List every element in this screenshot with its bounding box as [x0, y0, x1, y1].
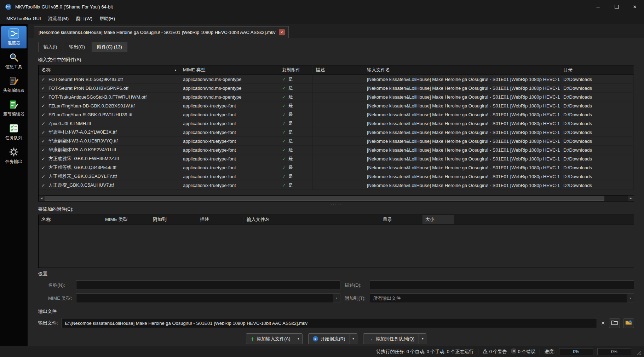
add-input-files-button[interactable]: + 添加输入文件(A) — [246, 333, 295, 344]
subtab-attachments[interactable]: 附件(C) (13) — [92, 42, 127, 52]
chevron-down-icon: ▼ — [352, 338, 355, 340]
source-column-header-0[interactable]: 名称▲ — [39, 65, 180, 75]
pending-column-header-5[interactable]: 目录 — [380, 215, 422, 224]
attachment-row[interactable]: ✓FOT-Seurat ProN DB.0.HBVGPNP6.otfapplic… — [39, 84, 634, 93]
sidebar-item-chapter-editor[interactable]: 章节编辑器 — [1, 97, 27, 119]
source-column-header-3[interactable]: 描述 — [313, 65, 364, 75]
output-file-input[interactable]: E:\[Nekomoe kissaten&LoliHouse] Make Her… — [61, 318, 597, 328]
menu-item-window[interactable]: 窗口(W) — [72, 14, 96, 24]
attachment-mime-label: MIME 类型: — [48, 295, 72, 302]
copy-value: 是 — [288, 173, 293, 180]
source-column-header-5[interactable]: 目录 — [560, 65, 634, 75]
close-icon: ✕ — [280, 30, 283, 34]
attachment-row[interactable]: ✓FZLanTingYuan-R-GBK.0.BW1UHU39.ttfappli… — [39, 110, 634, 119]
sidebar-item-label: 任务输出 — [5, 159, 22, 165]
maximize-button[interactable] — [607, 0, 626, 13]
sidebar-item-header-editor[interactable]: 头部编辑器 — [1, 74, 27, 96]
copy-value: 是 — [288, 138, 293, 144]
gear-icon — [8, 146, 19, 158]
menu-item-mkvtoolnix[interactable]: MKVToolNix GUI — [3, 14, 45, 23]
pending-column-header-6[interactable]: 大小 — [422, 215, 454, 224]
sidebar-item-job-output[interactable]: 任务输出 — [1, 145, 27, 167]
magnifier-icon — [8, 52, 19, 63]
statusbar: 待执行的任务: 0 个自动, 0 个手动, 0 个正在运行 0 个警告 0 个错… — [0, 346, 644, 357]
copy-value: 是 — [288, 129, 293, 135]
attachment-row[interactable]: ✓方正粗等线_GBK.0.Q343PE56.ttfapplication/x-t… — [39, 163, 634, 172]
sidebar-item-label: 头部编辑器 — [3, 88, 24, 94]
resize-grip-icon[interactable] — [637, 351, 641, 356]
subtab-output[interactable]: 输出(O) — [64, 42, 90, 52]
start-multiplexing-label: 开始混流(R) — [321, 336, 345, 342]
subtab-input[interactable]: 输入(I) — [38, 42, 62, 52]
attachment-row[interactable]: ✓FOT-TsukuAntiqueSGoStd-B.0.F7WRUHWM.otf… — [39, 93, 634, 101]
add-to-job-queue-button[interactable]: → 添加到任务队列(Q) — [363, 333, 419, 344]
copy-value: 是 — [288, 156, 293, 162]
sidebar-item-info-tool[interactable]: 信息工具 — [1, 50, 27, 72]
sidebar-item-job-queue[interactable]: 任务队列 — [1, 121, 27, 143]
attachment-row[interactable]: ✓华康手札体W7-A.0.2YLW0E3X.ttfapplication/x-t… — [39, 128, 634, 137]
copy-check-icon: ✓ — [282, 174, 286, 179]
attachment-mime-combobox[interactable]: ▼ — [76, 293, 340, 303]
copy-value: 是 — [288, 76, 293, 82]
tab-merge-file[interactable]: [Nekomoe kissaten&LoliHouse] Make Heroin… — [34, 26, 289, 38]
pending-column-header-1[interactable]: MIME 类型 — [102, 215, 150, 224]
start-multiplexing-button[interactable]: ▶ 开始混流(R) — [308, 333, 350, 344]
attachment-row[interactable]: ✓Zpix.0.J0LKTNMH.ttfapplication/x-truety… — [39, 119, 634, 128]
output-file-label: 输出文件: — [38, 320, 58, 326]
attachment-row[interactable]: ✓方正准雅宋_GBK.0.EWH45M2Z.ttfapplication/x-t… — [39, 154, 634, 163]
browse-output-button[interactable] — [609, 318, 620, 328]
scroll-right-icon: ▶ — [630, 197, 632, 200]
pending-attachments-header: 名称MIME 类型附加到描述输入文件名目录大小 — [39, 215, 634, 224]
attachment-row[interactable]: ✓方正隶变_GBK.0.C5AUHUV7.ttfapplication/x-tr… — [39, 181, 634, 190]
green-page-pencil-icon — [8, 99, 19, 110]
attachment-row[interactable]: ✓华康翩翩体W5-A.0.K9F2V4YU.ttfapplication/x-t… — [39, 146, 634, 154]
menu-item-multiplexer[interactable]: 混流器(M) — [45, 14, 73, 24]
attachment-name-input[interactable] — [76, 280, 340, 290]
progress-bar-total: 0% — [597, 348, 631, 355]
add-input-files-dropdown[interactable]: ▼ — [295, 333, 303, 344]
splitter-handle[interactable]: ····· — [38, 201, 634, 206]
add-to-job-queue-dropdown[interactable]: ▼ — [419, 333, 426, 344]
copy-check-icon: ✓ — [282, 183, 286, 188]
menu-item-help[interactable]: 帮助(H) — [96, 14, 119, 24]
scrollbar-thumb[interactable] — [45, 196, 604, 201]
close-button[interactable]: ✕ — [626, 0, 644, 13]
scrollbar-track[interactable] — [45, 195, 628, 201]
attach-to-label: 附加到(T): — [345, 295, 366, 302]
tab-close-button[interactable]: ✕ — [279, 29, 285, 35]
copy-check-icon: ✓ — [282, 130, 286, 135]
warning-icon — [483, 349, 488, 355]
attachment-row[interactable]: ✓华康翩翩体W3-A.0.UE6R3VYQ.ttfapplication/x-t… — [39, 137, 634, 146]
copy-check-icon: ✓ — [282, 77, 286, 82]
horizontal-scrollbar[interactable]: ◀ ▶ — [38, 195, 634, 201]
attachment-row[interactable]: ✓方正粗雅宋_GBK.0.3EADYLFY.ttfapplication/x-t… — [39, 172, 634, 181]
enabled-check-icon: ✓ — [41, 183, 45, 188]
pending-column-header-3[interactable]: 描述 — [197, 215, 244, 224]
chevron-down-icon: ▼ — [627, 294, 634, 303]
app-icon — [5, 4, 12, 10]
source-column-header-1[interactable]: MIME 类型 — [180, 65, 279, 75]
copy-value: 是 — [288, 164, 293, 171]
column-label: 目录 — [383, 216, 392, 223]
pending-column-header-0[interactable]: 名称 — [39, 215, 102, 224]
scroll-right-button[interactable]: ▶ — [628, 195, 634, 201]
minimize-button[interactable]: ─ — [589, 0, 607, 13]
source-column-header-2[interactable]: 复制附件 — [279, 65, 313, 75]
attach-to-combobox[interactable]: 所有输出文件 ▼ — [370, 293, 634, 303]
tab-title: [Nekomoe kissaten&LoliHouse] Make Heroin… — [39, 30, 276, 35]
attachment-row[interactable]: ✓FZLanTingYuan-DB-GBK.0.D2BXS01W.ttfappl… — [39, 101, 634, 110]
open-output-folder-button[interactable] — [623, 318, 634, 328]
source-column-header-4[interactable]: 输入文件名 — [364, 65, 560, 75]
titlebar: MKVToolNix GUI v85.0 ('Shame For You') 6… — [0, 0, 644, 13]
attachment-description-input[interactable] — [370, 280, 634, 290]
scroll-left-button[interactable]: ◀ — [39, 195, 45, 201]
start-multiplexing-dropdown[interactable]: ▼ — [350, 333, 357, 344]
progress-bar-current: 0% — [559, 348, 593, 355]
attachment-row[interactable]: ✓FOT-Seurat ProN B.0.5GQ9K4IG.otfapplica… — [39, 75, 634, 84]
clear-output-button[interactable]: ✕ — [600, 320, 606, 326]
sidebar-item-multiplexer[interactable]: 混流器 — [1, 26, 27, 48]
pending-attachments-label: 要添加的附件(C): — [38, 206, 634, 212]
pending-column-header-2[interactable]: 附加到 — [150, 215, 197, 224]
workspace: [Nekomoe kissaten&LoliHouse] Make Heroin… — [28, 24, 644, 346]
pending-column-header-4[interactable]: 输入文件名 — [244, 215, 380, 224]
